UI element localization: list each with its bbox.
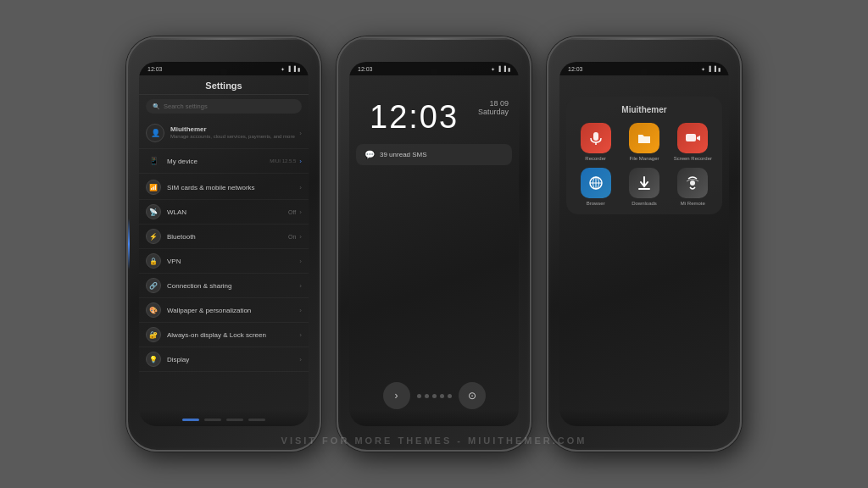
settings-list: 📶 SIM cards & mobile networks › 📡 WLAN O… [139,174,309,374]
bt-icon-2: ✦ [491,66,495,72]
app-browser[interactable]: Browser [575,168,616,206]
aod-label: Always-on display & Lock screen [167,331,299,339]
bt-icon-3: ✦ [701,66,705,72]
fingerprint-button[interactable]: ⊙ [459,382,486,409]
wlan-item[interactable]: 📡 WLAN Off › [139,200,309,225]
status-icons-2: ✦ ▐ ▐ ▮ [491,66,510,72]
display-item[interactable]: 💡 Display › [139,347,309,372]
file-manager-label: File Manager [629,156,659,161]
my-device-label: My device [167,158,270,165]
settings-header: Settings [139,75,309,95]
my-device-item[interactable]: 📱 My device MIUI 12.5.5 › [139,149,309,174]
my-device-icon: 📱 [146,153,161,169]
mi-remote-icon [677,168,708,198]
wallpaper-content: Wallpaper & personalization [167,307,299,314]
dot-4 [440,394,444,398]
search-bar[interactable]: 🔍 Search settings [146,99,302,114]
downloads-icon [629,168,659,198]
lockscreen-controls: › ⊙ [349,382,519,409]
battery-icon-3: ▮ [718,66,721,72]
unlock-arrow-button[interactable]: › [383,382,410,409]
recorder-label: Recorder [585,156,606,161]
notification-text: 39 unread SMS [380,151,427,158]
screen-recorder-icon [677,123,708,153]
connection-content: Connection & sharing [167,282,299,290]
miuithemer-name: Miuithemer [170,125,299,133]
status-time-3: 12:03 [568,66,583,72]
file-manager-icon [629,123,659,153]
miuithemer-account-item[interactable]: 👤 Miuithemer Manage accounts, cloud serv… [139,118,309,149]
miuithemer-content: Miuithemer Manage accounts, cloud servic… [170,125,299,141]
bluetooth-content: Bluetooth [167,233,288,241]
lockscreen-date-container: 18 09 Saturday [478,99,509,116]
dot-1 [417,394,421,398]
status-icons-1: ✦ ▐ ▐ ▮ [281,66,300,72]
aod-icon: 🔐 [146,327,161,342]
phone1-screen: 12:03 ✦ ▐ ▐ ▮ Settings 🔍 Search settings… [139,62,309,426]
bluetooth-item[interactable]: ⚡ Bluetooth On › [139,225,309,249]
bluetooth-status-icon: ✦ [281,66,285,72]
phone-app-folder: 12:03 ✦ ▐ ▐ ▮ Miuithemer [547,36,742,452]
lockscreen-notification[interactable]: 💬 39 unread SMS [356,144,512,165]
battery-icon-2: ▮ [508,66,510,72]
wlan-value: Off [288,209,296,215]
wallpaper-item[interactable]: 🎨 Wallpaper & personalization › [139,298,309,323]
connection-icon: 🔗 [146,278,161,293]
wallpaper-arrow-icon: › [299,307,302,314]
aod-lock-item[interactable]: 🔐 Always-on display & Lock screen › [139,323,309,347]
aod-content: Always-on display & Lock screen [167,331,299,339]
bluetooth-value: On [288,234,296,240]
connection-label: Connection & sharing [167,282,299,290]
phones-container: 12:03 ✦ ▐ ▐ ▮ Settings 🔍 Search settings… [126,36,742,452]
vpn-content: VPN [167,258,299,265]
app-file-manager[interactable]: File Manager [623,123,665,161]
wlan-label: WLAN [167,208,288,216]
app-downloads[interactable]: Downloads [623,168,665,206]
display-arrow-icon: › [299,356,302,363]
bluetooth-arrow-icon: › [299,233,302,241]
sim-cards-item[interactable]: 📶 SIM cards & mobile networks › [139,175,309,200]
phone-settings: 12:03 ✦ ▐ ▐ ▮ Settings 🔍 Search settings… [126,36,321,452]
recorder-icon [581,123,611,153]
fingerprint-icon: ⊙ [468,390,476,402]
vpn-item[interactable]: 🔒 VPN › [139,249,309,274]
display-icon: 💡 [146,352,161,367]
search-icon: 🔍 [153,103,160,110]
phone-lockscreen: 12:03 ✦ ▐ ▐ ▮ 12:03 18 09 Saturday 💬 [337,36,531,452]
wifi-icon-3: ▐ [713,66,716,71]
status-time-2: 12:03 [358,66,373,72]
svg-rect-0 [593,132,598,141]
lockscreen-dots [417,394,452,398]
connection-sharing-item[interactable]: 🔗 Connection & sharing › [139,274,309,298]
my-device-value: MIUI 12.5.5 [270,158,296,164]
browser-icon [581,168,611,198]
avatar: 👤 [146,124,164,142]
display-label: Display [167,356,299,363]
connection-arrow-icon: › [299,282,302,290]
miuithemer-arrow-icon: › [299,130,302,137]
signal-icon-3: ▐ [707,66,710,71]
watermark: VISIT FOR MORE THEMES - MIUITHEMER.COM [281,435,587,446]
signal-icon: ▐ [287,66,290,71]
app-grid: Recorder File Manager [575,123,714,206]
phone3-screen: 12:03 ✦ ▐ ▐ ▮ Miuithemer [559,62,729,426]
lockscreen-day: Saturday [478,108,509,116]
app-recorder[interactable]: Recorder [575,123,616,161]
wifi-status-icon: ▐ [292,66,296,71]
lockscreen-time: 12:03 [359,84,469,137]
sim-label: SIM cards & mobile networks [167,184,299,191]
sim-content: SIM cards & mobile networks [167,184,299,191]
folder-title: Miuithemer [575,105,714,114]
my-device-arrow-icon: › [299,158,302,165]
wifi-icon-2: ▐ [503,66,506,71]
search-placeholder: Search settings [164,103,208,110]
vpn-label: VPN [167,258,299,265]
phone2-screen: 12:03 ✦ ▐ ▐ ▮ 12:03 18 09 Saturday 💬 [349,62,519,426]
svg-marker-3 [697,136,700,141]
sim-icon: 📶 [146,180,161,195]
vpn-icon: 🔒 [146,253,161,269]
app-screen-recorder[interactable]: Screen Recorder [672,123,714,161]
dot-3 [432,394,437,398]
sim-arrow-icon: › [299,184,302,191]
app-mi-remote[interactable]: Mi Remote [672,168,714,206]
